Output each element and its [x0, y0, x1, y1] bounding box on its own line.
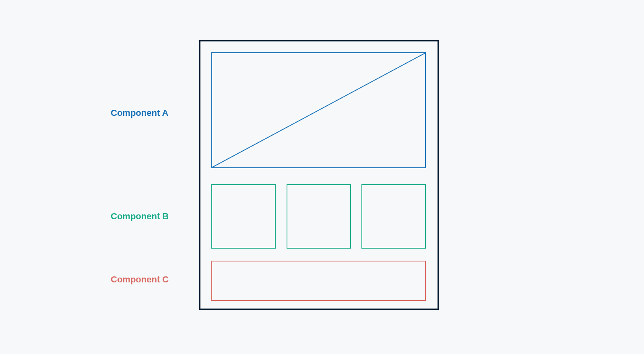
component-b-box-2: [287, 184, 351, 249]
component-b-label: Component B: [111, 211, 169, 222]
component-a-box: [211, 52, 426, 168]
component-c-box: [211, 261, 426, 301]
diagonal-line-icon: [212, 53, 425, 167]
diagram-canvas: Component A Component B Component C: [0, 0, 644, 354]
component-b-box-1: [211, 184, 276, 249]
component-a-label: Component A: [111, 108, 168, 118]
svg-line-0: [212, 53, 425, 167]
component-b-box-3: [361, 184, 426, 249]
component-c-label: Component C: [111, 274, 169, 285]
component-b-row: [211, 184, 426, 249]
